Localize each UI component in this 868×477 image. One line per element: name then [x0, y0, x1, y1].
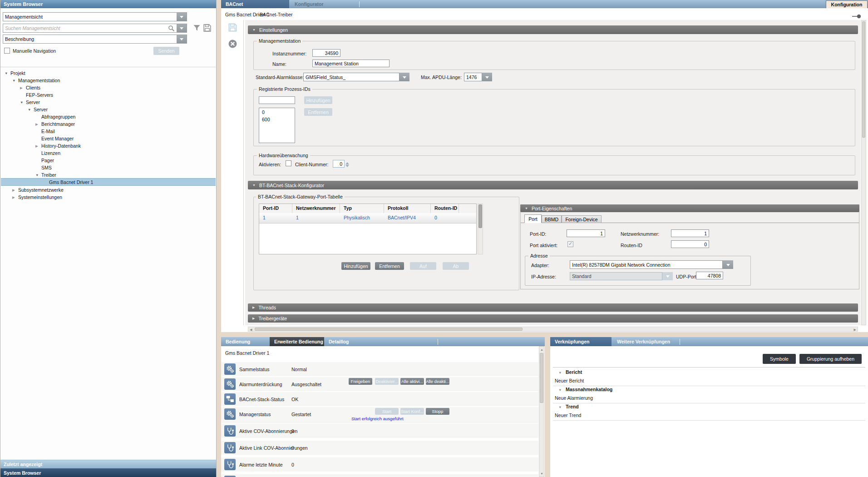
send-button[interactable]: Senden [153, 47, 179, 55]
mode-tab-konfiguration[interactable]: Konfiguration [826, 0, 868, 8]
recently-viewed-bar[interactable]: Zuletzt angezeigt [0, 460, 216, 468]
tab-erweiterte-bedienung[interactable]: Erweiterte Bedienung [270, 337, 324, 346]
collapsed-icon[interactable]: ▶ [12, 188, 18, 192]
table-up-button[interactable]: Auf [410, 262, 436, 270]
prozess-remove-button[interactable]: Entfernen [304, 108, 332, 116]
prozess-add-button[interactable]: Hinzufügen [304, 96, 332, 104]
system-browser-bottom-bar[interactable]: System Browser [0, 468, 216, 477]
apdu-dropdown[interactable]: 1476 [464, 73, 482, 81]
tree-item-selected[interactable]: Gms Bacnet Driver 1 [49, 179, 93, 186]
section-stack-konfigurator-header[interactable]: ▼ BT-BACnet-Stack-Konfigurator [248, 181, 858, 189]
filter-icon[interactable] [192, 24, 201, 32]
collapsed-icon[interactable]: ▶ [12, 195, 18, 199]
tree-item[interactable]: ▶History-Datenbank [35, 142, 81, 149]
listbox-item[interactable]: 600 [259, 115, 295, 122]
instanznummer-input[interactable]: 34590 [312, 49, 340, 57]
search-dropdown-arrow-icon[interactable] [177, 24, 187, 32]
tab-detaillog[interactable]: Detaillog [324, 337, 373, 346]
link-group-header[interactable]: Massnahmenkatalog [566, 387, 612, 392]
search-icon[interactable] [168, 25, 175, 32]
port-table-scrollbar[interactable] [478, 204, 483, 254]
expanded-icon[interactable]: ▼ [35, 173, 41, 177]
alle-deaktivieren-button[interactable]: Alle deakti... [426, 378, 449, 385]
link-item[interactable]: Neuer Bericht [555, 378, 584, 383]
port-table-row-selected[interactable]: 1 1 Physikalisch BACnet/IPV4 0 [259, 213, 476, 224]
operation-row[interactable]: Aktive COV-Abonnierungen 0 [221, 424, 538, 438]
ip-adresse-dropdown[interactable]: Standard [570, 272, 662, 280]
tree-item[interactable]: Event Manager [41, 135, 74, 142]
spinner-down-icon[interactable] [345, 165, 349, 169]
save-icon[interactable] [228, 23, 237, 32]
stopp-button[interactable]: Stopp [426, 408, 449, 415]
alarmklasse-dropdown[interactable]: GMSField_Status_ [303, 73, 399, 81]
column-header[interactable]: Protokoll [384, 204, 431, 213]
expanded-icon[interactable]: ▼ [12, 79, 18, 83]
section-expanded-icon[interactable]: ▼ [252, 184, 256, 187]
adapter-dropdown[interactable]: Intel(R) 82578DM Gigabit Network Connect… [570, 260, 723, 269]
section-collapsed-icon[interactable]: ▶ [252, 306, 255, 309]
description-dropdown-arrow-icon[interactable] [177, 35, 187, 43]
tab-foreign-device[interactable]: Foreign-Device [562, 215, 602, 223]
tree-item[interactable]: ▼Projekt [5, 70, 25, 77]
link-group-header[interactable]: Bericht [566, 369, 582, 375]
column-header[interactable]: Typ [340, 204, 384, 213]
column-header[interactable]: Port-ID [259, 204, 292, 213]
section-expanded-icon[interactable]: ▼ [252, 28, 256, 31]
tab-weitere-verknuepfungen[interactable]: Weitere Verknüpfungen [612, 337, 678, 346]
tree-item[interactable]: ▼Managementstation [12, 77, 60, 84]
prozess-id-input[interactable] [259, 96, 295, 104]
prozess-id-listbox[interactable]: 0 600 [259, 108, 295, 143]
tab-bacnet[interactable]: BACnet [221, 0, 289, 8]
symbole-button[interactable]: Symbole [763, 354, 796, 364]
port-id-input[interactable]: 1 [567, 229, 605, 237]
operation-row[interactable]: Sammelstatus Normal [221, 362, 538, 376]
collapsed-icon[interactable]: ▶ [20, 86, 26, 90]
apdu-dropdown-arrow-icon[interactable] [482, 73, 492, 81]
tree-item[interactable]: Abfragegruppen [41, 113, 75, 120]
group-expanded-icon[interactable]: ▼ [558, 388, 562, 392]
tree-item[interactable]: E-Mail [41, 128, 55, 135]
start-konf-button[interactable]: Start Konf... [400, 408, 424, 415]
gruppierung-aufheben-button[interactable]: Gruppierung aufheben [799, 354, 862, 364]
freigeben-button[interactable]: Freigeben [349, 378, 372, 385]
view-dropdown-arrow-icon[interactable] [177, 13, 187, 21]
tree-item[interactable]: ▶Systemeinstellungen [12, 194, 62, 201]
spinner-up-icon[interactable] [345, 160, 349, 164]
name-input[interactable]: Management Station [312, 60, 390, 67]
listbox-item[interactable]: 0 [259, 108, 295, 115]
column-header[interactable]: Netzwerknummer [292, 204, 340, 213]
tree-item[interactable]: ▼Treiber [35, 171, 56, 179]
section-collapsed-icon[interactable]: ▶ [252, 317, 255, 320]
port-properties-header[interactable]: ▼ Port-Eigenschaften [520, 204, 859, 212]
cancel-icon[interactable] [228, 39, 237, 49]
section-threads-header[interactable]: ▶ Threads [248, 303, 858, 312]
table-down-button[interactable]: Ab [443, 262, 469, 270]
section-expanded-icon[interactable]: ▼ [525, 207, 528, 210]
table-remove-button[interactable]: Entfernen [375, 262, 404, 270]
link-item[interactable]: Neuer Trend [555, 412, 581, 418]
tab-port[interactable]: Port [524, 214, 542, 223]
netzwerknummer-input[interactable]: 1 [671, 229, 709, 237]
pin-icon[interactable] [852, 14, 862, 19]
expanded-icon[interactable]: ▼ [5, 71, 10, 75]
operation-row[interactable]: Alarme letzte Minute 0 [221, 457, 538, 472]
column-header[interactable]: Routen-ID [431, 204, 459, 213]
expanded-icon[interactable]: ▼ [20, 100, 26, 104]
alle-aktivieren-button[interactable]: Alle aktivi... [400, 378, 424, 385]
operations-scrollbar[interactable]: ▲ ▼ [539, 346, 544, 477]
tree-item[interactable]: SMS [41, 164, 52, 171]
tree-item[interactable]: ▼Server [28, 106, 48, 113]
view-dropdown[interactable]: Managementsicht [3, 12, 187, 21]
aktivieren-checkbox[interactable] [286, 160, 291, 166]
collapsed-icon[interactable]: ▶ [35, 144, 41, 148]
expanded-icon[interactable]: ▼ [28, 108, 34, 112]
alarmklasse-dropdown-arrow-icon[interactable] [399, 73, 409, 81]
tab-konfigurator[interactable]: Konfigurator [290, 0, 358, 8]
udp-port-input[interactable]: 47808 [696, 272, 723, 279]
routen-id-input[interactable]: 0 [671, 240, 709, 248]
link-group-header[interactable]: Trend [566, 404, 579, 409]
deaktivieren-button[interactable]: Deaktivier... [375, 378, 399, 385]
tree-item[interactable]: FEP-Servers [26, 91, 53, 99]
tree-item[interactable]: ▼Server [20, 99, 40, 106]
workspace-vertical-scrollbar[interactable] [861, 20, 866, 325]
